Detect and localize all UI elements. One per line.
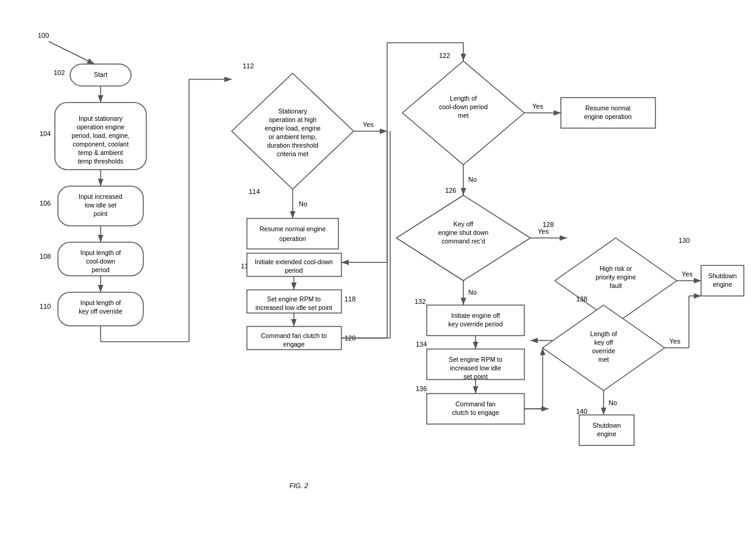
- svg-text:fault: fault: [610, 282, 622, 289]
- svg-text:Length of: Length of: [590, 330, 617, 337]
- svg-text:cool-down period: cool-down period: [439, 103, 488, 110]
- ref-140: 140: [576, 408, 587, 415]
- n118-text: Set engine RPM to: [267, 295, 321, 303]
- n106-text: Input increased: [79, 193, 123, 200]
- svg-text:met: met: [458, 112, 469, 119]
- n132-text: Initiate engine off: [451, 312, 500, 319]
- yes-128: Yes: [682, 270, 693, 278]
- ref-130: 130: [679, 237, 690, 244]
- n110-text: Input length of: [80, 299, 121, 306]
- ref-118: 118: [344, 295, 355, 303]
- no-126: No: [468, 289, 477, 296]
- svg-text:engage: engage: [283, 340, 304, 348]
- svg-text:command rec'd: command rec'd: [441, 237, 485, 245]
- svg-text:met: met: [598, 356, 609, 363]
- yes-112: Yes: [363, 121, 374, 128]
- svg-text:period: period: [285, 267, 302, 274]
- svg-text:or ambient temp,: or ambient temp,: [269, 133, 317, 140]
- svg-text:operation at high: operation at high: [269, 116, 316, 123]
- svg-text:point: point: [94, 210, 108, 217]
- ref-114: 114: [249, 188, 260, 195]
- n134-text: Set engine RPM to: [449, 356, 502, 363]
- yes-122: Yes: [532, 103, 543, 110]
- svg-line-1: [49, 41, 94, 64]
- svg-text:period, load, engine,: period, load, engine,: [71, 132, 129, 139]
- svg-text:criteria met: criteria met: [277, 150, 308, 157]
- n116-text: Initiate extended cool-down: [255, 258, 333, 265]
- ref-110: 110: [40, 303, 51, 310]
- svg-text:component, coolant: component, coolant: [73, 140, 129, 148]
- diagram-container: 100 Start 102 Input stationary operation…: [0, 0, 756, 540]
- svg-text:key off override: key off override: [79, 308, 123, 315]
- n130-text: Shutdown: [708, 272, 737, 279]
- yes-126: Yes: [538, 228, 549, 235]
- start-label: Start: [94, 71, 107, 78]
- svg-text:temp thresholds: temp thresholds: [78, 157, 124, 165]
- ref-122: 122: [439, 52, 450, 59]
- ref-106: 106: [40, 200, 51, 207]
- svg-text:low idle set: low idle set: [85, 201, 116, 209]
- n128-diamond: [555, 238, 677, 323]
- ref-132: 132: [415, 298, 426, 305]
- ref-126: 126: [445, 187, 456, 194]
- svg-text:cool-down: cool-down: [86, 257, 115, 265]
- no-138: No: [608, 399, 617, 406]
- svg-text:operation: operation: [279, 235, 306, 242]
- svg-text:key off: key off: [594, 339, 613, 346]
- fig-label: FIG. 2: [290, 482, 308, 489]
- n114-text: Resume normal engine: [260, 225, 326, 232]
- svg-text:set point: set point: [463, 373, 488, 380]
- svg-text:increased low idle: increased low idle: [450, 364, 501, 372]
- svg-text:engine operation: engine operation: [584, 113, 632, 120]
- yes-138: Yes: [669, 337, 680, 345]
- ref-102: 102: [54, 69, 65, 76]
- svg-text:clutch to engage: clutch to engage: [452, 409, 499, 416]
- no-112: No: [299, 200, 307, 207]
- n108-text: Input length of: [80, 249, 121, 256]
- svg-rect-33: [247, 218, 338, 249]
- svg-text:engine load, engine: engine load, engine: [265, 124, 321, 132]
- svg-text:increased low idle set point: increased low idle set point: [255, 304, 332, 311]
- svg-text:duration threshold: duration threshold: [267, 142, 318, 149]
- n124-text: Resume normal: [585, 104, 630, 112]
- ref-138: 138: [576, 295, 587, 303]
- svg-text:High risk or: High risk or: [599, 265, 632, 272]
- ref-104: 104: [40, 130, 51, 137]
- svg-text:operation engine: operation engine: [77, 123, 124, 131]
- n140-text: Shutdown: [593, 422, 621, 429]
- svg-text:engine shut down: engine shut down: [438, 229, 488, 236]
- svg-text:key override period: key override period: [448, 320, 502, 328]
- svg-text:Stationary: Stationary: [278, 107, 307, 115]
- n104-text: Input stationary: [79, 115, 123, 122]
- svg-text:priority engine: priority engine: [596, 273, 636, 281]
- svg-text:engine: engine: [597, 430, 616, 437]
- ref-100: 100: [38, 32, 49, 39]
- n120-text: Command fan clutch to: [261, 332, 327, 339]
- ref-128: 128: [543, 221, 554, 228]
- no-122: No: [468, 176, 477, 183]
- ref-108: 108: [40, 253, 51, 260]
- ref-136: 136: [416, 385, 427, 392]
- ref-112: 112: [243, 62, 254, 70]
- svg-text:engine: engine: [713, 281, 732, 288]
- svg-text:override: override: [592, 347, 615, 355]
- svg-text:temp & ambient: temp & ambient: [78, 149, 123, 156]
- svg-text:period: period: [91, 266, 109, 273]
- ref-134: 134: [416, 340, 427, 348]
- flowchart-svg: 100 Start 102 Input stationary operation…: [0, 0, 756, 540]
- svg-text:Key off: Key off: [454, 220, 474, 228]
- n136-text: Command fan: [455, 400, 496, 408]
- svg-text:Length of: Length of: [450, 95, 477, 102]
